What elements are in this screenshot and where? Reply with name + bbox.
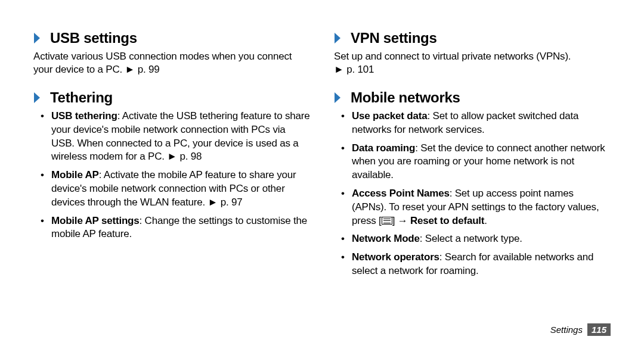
footer-section-label: Settings: [550, 325, 583, 335]
list-item: USB tethering: Activate the USB tetherin…: [43, 110, 310, 164]
item-bold-tail: Reset to default: [410, 215, 484, 226]
vpn-desc-ref: ► p. 101: [334, 64, 374, 75]
chevron-right-icon: [33, 91, 42, 104]
section-vpn-settings: VPN settings Set up and connect to virtu…: [334, 30, 611, 76]
heading-usb-settings: USB settings: [33, 30, 310, 46]
list-item: Mobile AP: Activate the mobile AP featur…: [43, 169, 310, 209]
list-item: Access Point Names: Set up access point …: [343, 187, 611, 228]
item-term: Network operators: [352, 251, 439, 263]
left-column: USB settings Activate various USB connec…: [33, 30, 310, 331]
heading-mobile-networks: Mobile networks: [334, 89, 611, 106]
heading-text: USB settings: [50, 30, 137, 46]
list-item: Data roaming: Set the device to connect …: [343, 142, 611, 182]
item-tail-end: .: [484, 215, 487, 226]
chevron-right-icon: [33, 32, 42, 45]
item-text: : Select a network type.: [420, 233, 522, 244]
heading-text: Mobile networks: [351, 89, 460, 106]
list-item: Use packet data: Set to allow packet swi…: [343, 110, 611, 137]
item-term: Mobile AP settings: [51, 215, 140, 226]
section-mobile-networks: Mobile networks Use packet data: Set to …: [334, 89, 611, 278]
right-column: VPN settings Set up and connect to virtu…: [334, 30, 611, 331]
heading-vpn-settings: VPN settings: [334, 30, 611, 46]
item-term: Access Point Names: [352, 188, 450, 199]
footer-page-number: 115: [587, 323, 611, 336]
item-term: Data roaming: [352, 142, 415, 154]
list-item: Network operators: Search for available …: [343, 251, 611, 278]
chevron-right-icon: [334, 91, 342, 104]
item-term: Mobile AP: [51, 169, 99, 180]
tethering-list: USB tethering: Activate the USB tetherin…: [33, 110, 310, 241]
heading-text: VPN settings: [351, 30, 436, 46]
heading-tethering: Tethering: [33, 89, 310, 106]
item-term: Network Mode: [352, 233, 420, 244]
section-usb-settings: USB settings Activate various USB connec…: [33, 30, 310, 76]
vpn-settings-description: Set up and connect to virtual private ne…: [334, 50, 611, 76]
page-footer: Settings 115: [550, 323, 611, 336]
item-term: USB tethering: [51, 110, 117, 121]
chevron-right-icon: [334, 32, 342, 45]
heading-text: Tethering: [50, 89, 113, 106]
manual-page: USB settings Activate various USB connec…: [0, 0, 644, 349]
list-item: Network Mode: Select a network type.: [343, 232, 611, 246]
usb-settings-description: Activate various USB connection modes wh…: [33, 50, 310, 76]
item-text-arrow: ] →: [392, 215, 410, 226]
mobile-networks-list: Use packet data: Set to allow packet swi…: [334, 110, 611, 278]
vpn-desc-main: Set up and connect to virtual private ne…: [334, 51, 571, 62]
list-item: Mobile AP settings: Change the settings …: [43, 214, 310, 242]
section-tethering: Tethering USB tethering: Activate the US…: [33, 89, 310, 241]
menu-icon: [382, 217, 392, 225]
item-term: Use packet data: [352, 110, 427, 121]
